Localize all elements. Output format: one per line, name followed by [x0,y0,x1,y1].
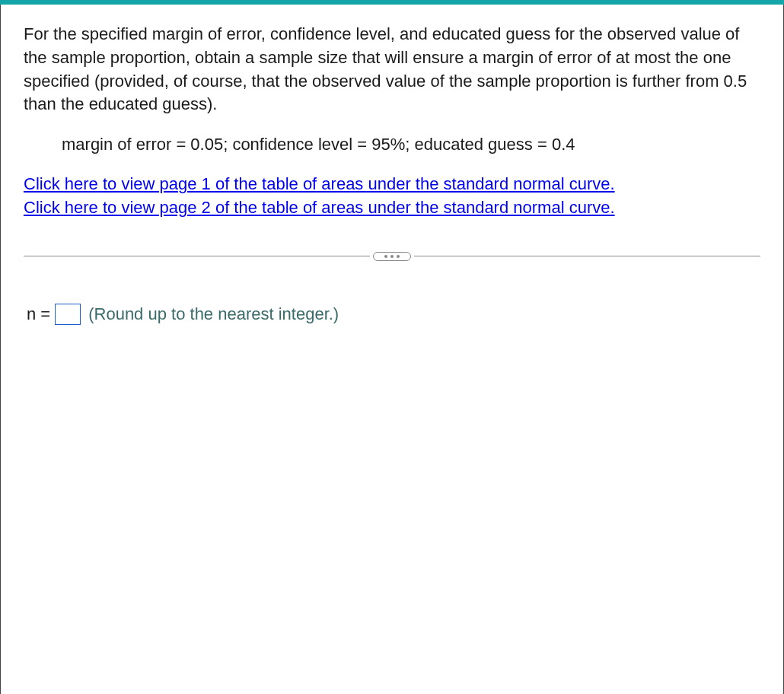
problem-statement: For the specified margin of error, confi… [24,23,760,116]
expand-collapse-button[interactable] [373,252,411,261]
link-table-page-2[interactable]: Click here to view page 2 of the table o… [24,196,760,220]
section-divider [24,252,760,261]
dot-icon [384,255,387,258]
dot-icon [390,255,394,258]
answer-input-n[interactable] [55,304,81,325]
answer-label: n = [27,304,50,324]
divider-line-left [24,256,370,256]
answer-hint: (Round up to the nearest integer.) [88,304,339,324]
divider-line-right [414,256,760,256]
link-table-page-1[interactable]: Click here to view page 1 of the table o… [24,173,760,196]
answer-row: n = (Round up to the nearest integer.) [27,304,760,325]
problem-panel: For the specified margin of error, confi… [0,5,784,694]
given-values: margin of error = 0.05; confidence level… [62,135,760,154]
dot-icon [397,255,400,258]
